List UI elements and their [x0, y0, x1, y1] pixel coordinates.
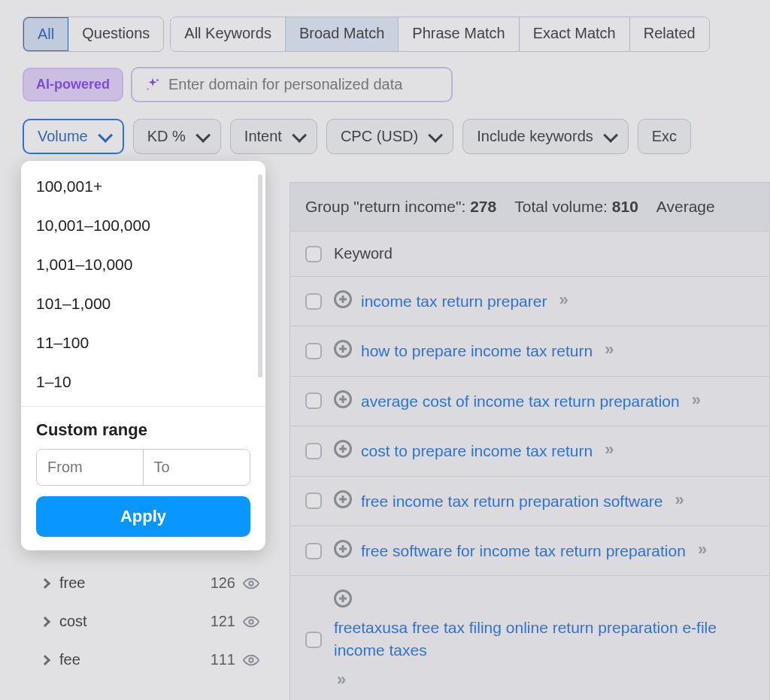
- filter-label: KD %: [147, 128, 186, 145]
- keyword-link[interactable]: free income tax return preparation softw…: [361, 490, 663, 512]
- chevron-right-icon: [40, 616, 50, 626]
- ai-row: AI-powered: [0, 52, 770, 102]
- expand-icon[interactable]: [334, 440, 352, 458]
- volume-option[interactable]: 1,001–10,000: [21, 245, 265, 284]
- svg-point-4: [249, 658, 253, 662]
- row-checkbox[interactable]: [305, 632, 322, 648]
- filter-exclude-keywords[interactable]: Exc: [638, 119, 691, 154]
- eye-icon[interactable]: [243, 575, 259, 592]
- volume-option[interactable]: 101–1,000: [21, 284, 265, 323]
- ai-powered-badge: AI-powered: [23, 68, 123, 102]
- volume-dropdown: 100,001+10,001–100,0001,001–10,000101–1,…: [21, 161, 265, 550]
- group-count: 111: [211, 651, 235, 668]
- divider: [21, 406, 265, 407]
- ai-domain-input[interactable]: [168, 76, 439, 93]
- summary-avg-label: Average: [656, 198, 715, 216]
- volume-option[interactable]: 100,001+: [21, 161, 265, 206]
- row-checkbox[interactable]: [305, 293, 322, 310]
- apply-button[interactable]: Apply: [36, 496, 250, 537]
- keyword-summary: Group "return income": 278 Total volume:…: [290, 182, 770, 232]
- keyword-link[interactable]: average cost of income tax return prepar…: [361, 390, 680, 412]
- select-all-checkbox[interactable]: [305, 246, 322, 262]
- svg-point-3: [249, 620, 253, 624]
- sparkle-icon: [144, 77, 161, 93]
- double-chevron-icon[interactable]: »: [675, 490, 681, 510]
- filter-kd[interactable]: KD %: [133, 119, 221, 154]
- keyword-link[interactable]: how to prepare income tax return: [361, 340, 593, 362]
- summary-group-count: 278: [470, 198, 496, 215]
- expand-icon[interactable]: [334, 540, 352, 558]
- tab-related[interactable]: Related: [630, 17, 709, 51]
- expand-icon[interactable]: [334, 589, 352, 608]
- tab-all[interactable]: All: [23, 17, 69, 52]
- expand-icon[interactable]: [334, 290, 352, 308]
- svg-point-1: [147, 88, 149, 89]
- volume-option[interactable]: 11–100: [21, 323, 265, 362]
- eye-icon[interactable]: [243, 614, 259, 630]
- table-row: cost to prepare income tax return»: [290, 426, 770, 476]
- chevron-down-icon: [292, 127, 307, 142]
- group-count: 121: [211, 613, 235, 630]
- double-chevron-icon[interactable]: »: [605, 440, 611, 459]
- keyword-group-list: free 126 cost 121 fee 111: [41, 564, 259, 679]
- double-chevron-icon[interactable]: »: [337, 670, 343, 689]
- filter-cpc[interactable]: CPC (USD): [326, 119, 453, 154]
- filter-label: CPC (USD): [341, 128, 418, 145]
- filter-intent[interactable]: Intent: [230, 119, 317, 154]
- keyword-group-item[interactable]: free 126: [41, 564, 259, 602]
- double-chevron-icon[interactable]: »: [692, 390, 698, 410]
- double-chevron-icon[interactable]: »: [605, 340, 611, 359]
- filter-label: Exc: [652, 128, 677, 145]
- svg-point-2: [249, 581, 253, 586]
- expand-icon[interactable]: [334, 390, 352, 408]
- table-row: freetaxusa free tax filing online return…: [290, 576, 770, 700]
- chevron-down-icon: [428, 127, 443, 142]
- double-chevron-icon[interactable]: »: [559, 290, 565, 310]
- column-keyword[interactable]: Keyword: [334, 245, 393, 262]
- filter-label: Volume: [38, 128, 88, 145]
- keyword-group-item[interactable]: fee 111: [41, 641, 259, 679]
- group-label: fee: [59, 651, 80, 668]
- keyword-link[interactable]: freetaxusa free tax filing online return…: [334, 617, 754, 661]
- filter-volume[interactable]: Volume: [23, 119, 124, 154]
- chevron-down-icon: [196, 127, 211, 142]
- filter-label: Include keywords: [477, 128, 593, 145]
- row-checkbox[interactable]: [305, 392, 322, 409]
- table-row: average cost of income tax return prepar…: [290, 377, 770, 426]
- tab-questions[interactable]: Questions: [68, 17, 163, 51]
- tab-group-match: All Keywords Broad Match Phrase Match Ex…: [170, 17, 709, 52]
- eye-icon[interactable]: [243, 652, 259, 668]
- ai-domain-input-wrap[interactable]: [131, 67, 453, 102]
- tab-broad-match[interactable]: Broad Match: [286, 17, 399, 51]
- range-to-input[interactable]: [144, 450, 250, 485]
- expand-icon[interactable]: [334, 490, 352, 508]
- row-checkbox[interactable]: [305, 343, 322, 359]
- tab-exact-match[interactable]: Exact Match: [520, 17, 630, 51]
- tab-phrase-match[interactable]: Phrase Match: [399, 17, 519, 51]
- chevron-down-icon: [98, 127, 113, 142]
- tab-all-keywords[interactable]: All Keywords: [171, 17, 286, 51]
- volume-option[interactable]: 1–10: [21, 362, 265, 402]
- row-checkbox[interactable]: [305, 492, 322, 509]
- table-header: Keyword: [290, 232, 770, 277]
- scrollbar[interactable]: [258, 174, 262, 377]
- keyword-table: Group "return income": 278 Total volume:…: [290, 182, 770, 700]
- expand-icon[interactable]: [334, 340, 352, 358]
- keyword-link[interactable]: cost to prepare income tax return: [361, 440, 593, 462]
- tab-group-type: All Questions: [23, 17, 164, 52]
- table-row: income tax return preparer»: [290, 277, 770, 326]
- row-checkbox[interactable]: [305, 543, 322, 559]
- keyword-group-item[interactable]: cost 121: [41, 602, 259, 641]
- filter-label: Intent: [244, 128, 282, 145]
- row-checkbox[interactable]: [305, 443, 322, 459]
- volume-option[interactable]: 10,001–100,000: [21, 206, 265, 245]
- keyword-link[interactable]: free software for income tax return prep…: [361, 540, 686, 562]
- summary-total-value: 810: [612, 198, 638, 215]
- group-count: 126: [211, 574, 235, 592]
- keyword-link[interactable]: income tax return preparer: [361, 290, 547, 312]
- filter-include-keywords[interactable]: Include keywords: [462, 119, 629, 154]
- double-chevron-icon[interactable]: »: [698, 540, 704, 559]
- table-row: how to prepare income tax return»: [290, 326, 770, 376]
- match-tabs-row: All Questions All Keywords Broad Match P…: [0, 0, 770, 52]
- range-from-input[interactable]: [37, 450, 144, 485]
